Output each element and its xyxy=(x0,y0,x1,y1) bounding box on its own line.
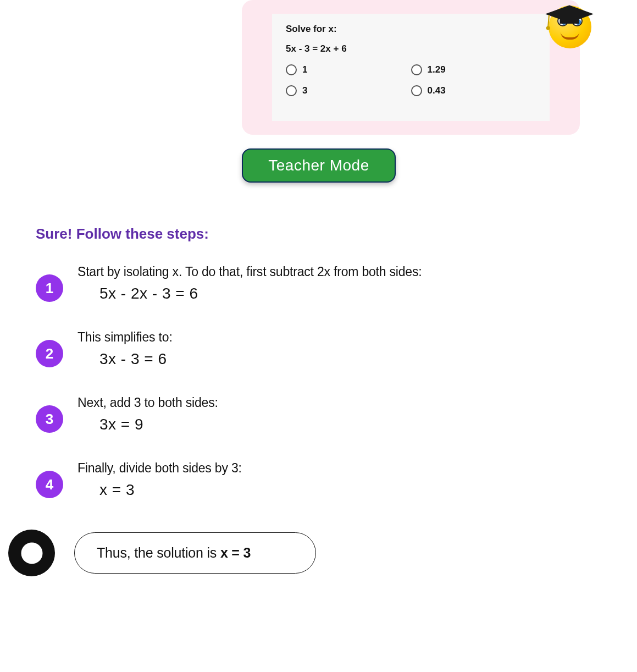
question-equation: 5x - 3 = 2x + 6 xyxy=(286,43,536,54)
option-label: 1.29 xyxy=(428,64,446,75)
step-4: 4 Finally, divide both sides by 3: x = 3 xyxy=(36,461,601,499)
conclusion-row: Thus, the solution is x = 3 xyxy=(8,530,316,576)
option-2[interactable]: 1.29 xyxy=(411,64,536,75)
step-2: 2 This simplifies to: 3x - 3 = 6 xyxy=(36,330,601,368)
assistant-logo-icon xyxy=(8,530,55,576)
teacher-mode-label: Teacher Mode xyxy=(268,157,369,174)
option-1[interactable]: 1 xyxy=(286,64,411,75)
step-body: Next, add 3 to both sides: 3x = 9 xyxy=(77,395,601,433)
step-number-badge: 2 xyxy=(36,340,63,367)
question-inner: Solve for x: 5x - 3 = 2x + 6 1 1.29 3 0.… xyxy=(272,14,550,121)
svg-rect-1 xyxy=(560,18,579,24)
step-text: Next, add 3 to both sides: xyxy=(77,395,601,410)
step-equation: 5x - 2x - 3 = 6 xyxy=(99,285,601,302)
step-3: 3 Next, add 3 to both sides: 3x = 9 xyxy=(36,395,601,433)
step-equation: x = 3 xyxy=(99,481,601,499)
step-text: Finally, divide both sides by 3: xyxy=(77,461,601,476)
step-number-badge: 1 xyxy=(36,274,63,302)
steps-section: Sure! Follow these steps: 1 Start by iso… xyxy=(36,225,601,526)
option-label: 3 xyxy=(302,85,307,96)
conclusion-answer: x = 3 xyxy=(220,545,251,560)
option-label: 0.43 xyxy=(428,85,446,96)
step-text: Start by isolating x. To do that, first … xyxy=(77,265,601,279)
step-body: Start by isolating x. To do that, first … xyxy=(77,265,601,302)
question-card: Solve for x: 5x - 3 = 2x + 6 1 1.29 3 0.… xyxy=(242,0,580,135)
step-number-badge: 4 xyxy=(36,471,63,498)
svg-line-2 xyxy=(548,15,549,26)
teacher-avatar-icon xyxy=(539,0,599,49)
radio-icon xyxy=(411,85,422,96)
step-1: 1 Start by isolating x. To do that, firs… xyxy=(36,265,601,302)
option-4[interactable]: 0.43 xyxy=(411,85,536,96)
svg-point-3 xyxy=(546,26,550,30)
radio-icon xyxy=(286,64,297,75)
step-text: This simplifies to: xyxy=(77,330,601,345)
teacher-mode-button[interactable]: Teacher Mode xyxy=(242,148,396,183)
conclusion-pill: Thus, the solution is x = 3 xyxy=(74,532,316,574)
step-equation: 3x = 9 xyxy=(99,416,601,433)
step-body: This simplifies to: 3x - 3 = 6 xyxy=(77,330,601,368)
steps-intro: Sure! Follow these steps: xyxy=(36,225,601,243)
radio-icon xyxy=(286,85,297,96)
option-label: 1 xyxy=(302,64,307,75)
step-equation: 3x - 3 = 6 xyxy=(99,350,601,368)
step-body: Finally, divide both sides by 3: x = 3 xyxy=(77,461,601,499)
question-prompt: Solve for x: xyxy=(286,24,536,35)
step-number-badge: 3 xyxy=(36,405,63,433)
conclusion-prefix: Thus, the solution is xyxy=(97,545,220,560)
options-grid: 1 1.29 3 0.43 xyxy=(286,64,536,96)
radio-icon xyxy=(411,64,422,75)
option-3[interactable]: 3 xyxy=(286,85,411,96)
